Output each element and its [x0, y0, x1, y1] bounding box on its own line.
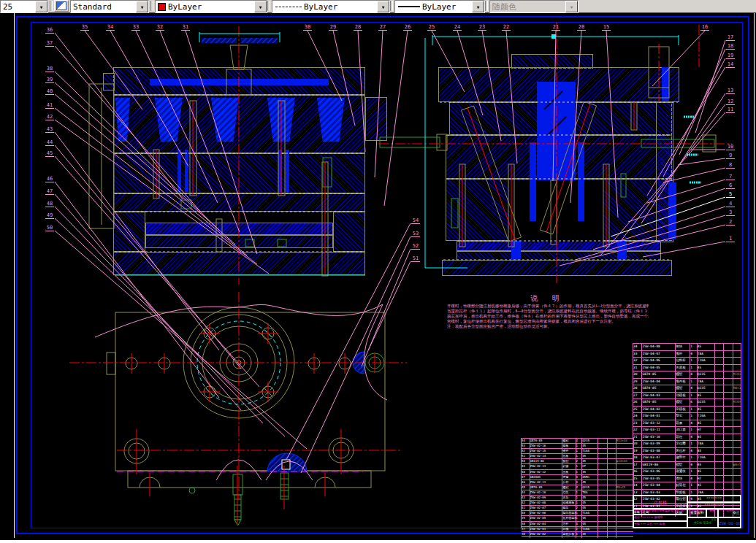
lineweight-combo[interactable]: ByLayer ▼	[394, 0, 485, 13]
color-combo-value: ByLayer	[166, 2, 254, 12]
toolbar-separator	[390, 1, 393, 11]
bom-cell: 1	[690, 469, 697, 475]
text-style-value: Standard	[71, 2, 136, 12]
bom-cell	[733, 420, 741, 427]
callout-label-28: 28	[354, 24, 362, 31]
callout-label-38: 38	[45, 66, 54, 72]
bom-cell: 33	[633, 351, 641, 358]
bom-cell: 定模板	[675, 407, 690, 413]
callout-label-21: 21	[551, 24, 560, 31]
bom-cell: ZSW-02-03	[530, 527, 562, 531]
bom-cell: 拉杆	[562, 480, 575, 485]
bom-cell	[733, 441, 741, 447]
bom-cell: 45	[581, 501, 597, 505]
notes-line: 合模时，复位杆使推出机构先行复位，侧型芯滑块由楔紧块锁紧，模具闭合后进行下一次注…	[447, 319, 649, 324]
bom-cell	[723, 420, 732, 427]
callout-label-16: 16	[700, 24, 709, 31]
linetype-combo[interactable]: ByLayer ▼	[272, 0, 390, 13]
bom-cell	[607, 501, 616, 505]
bom-cell: Q235	[581, 439, 597, 443]
bom-cell	[597, 464, 606, 469]
callout-label-45: 45	[45, 150, 54, 157]
bom-cell: 垫块	[562, 506, 575, 510]
bom-cell	[616, 464, 633, 469]
bom-cell: 1	[690, 344, 697, 350]
chevron-down-icon[interactable]: ▼	[254, 1, 267, 12]
chevron-down-icon[interactable]: ▼	[377, 1, 389, 12]
bom-cell: 螺钉	[675, 371, 690, 378]
bom-cell: 20	[633, 441, 641, 447]
bom-cell: GB70-85	[530, 485, 562, 490]
command-line-partial[interactable]: 命令:	[0, 540, 756, 543]
bom-cell: 导套	[675, 420, 690, 427]
plotstyle-combo-value: 随颜色	[490, 1, 565, 12]
bom-cell	[714, 413, 723, 420]
bom-cell: 43	[522, 496, 530, 500]
bom-cell	[733, 365, 741, 371]
title-block-org2: ××××××××××	[687, 502, 741, 509]
bom-row: 20ZSW-03-09定位圈1T8A	[633, 440, 741, 447]
bom-cell: 螺钉	[675, 385, 690, 392]
bom-cell: 1	[576, 516, 582, 520]
callout-label-1: 1	[726, 236, 735, 242]
bom-cell: M10×90	[733, 399, 741, 406]
chevron-down-icon[interactable]: ▼	[472, 1, 484, 12]
bom-cell	[607, 516, 616, 520]
chevron-down-icon[interactable]: ▼	[136, 1, 148, 12]
bom-cell: 26	[633, 399, 641, 406]
title-block-mark-row: 标记 处数 分区 更改文件号 签名 年、月、日	[633, 509, 687, 515]
bom-cell: 44	[522, 490, 530, 495]
chevron-down-icon[interactable]: ▼	[35, 1, 47, 12]
bom-cell: 1	[690, 441, 697, 447]
bom-cell: 1	[690, 482, 697, 489]
plotstyle-combo: 随颜色 ▼	[489, 0, 579, 13]
bom-cell: 1	[576, 449, 582, 453]
bom-cell	[723, 393, 732, 399]
text-style-icon[interactable]	[54, 0, 69, 12]
bom-cell: 动模座板	[562, 501, 575, 505]
bom-cell	[607, 464, 616, 469]
bom-cell: Q235	[697, 371, 714, 378]
bom-row: 47GB2089弹簧465Mn	[522, 474, 633, 480]
bom-cell	[607, 522, 616, 526]
bom-cell	[733, 427, 741, 434]
bom-cell: M10×45	[733, 371, 741, 378]
bom-cell: 挡块	[562, 490, 575, 495]
bom-cell: 45	[697, 393, 714, 399]
cad-application-window: { "toolbar": { "layer_value": "25", "sty…	[0, 0, 756, 543]
chevron-down-icon: ▼	[565, 1, 578, 12]
bom-cell: 1	[576, 454, 582, 458]
callout-label-15: 15	[602, 24, 611, 31]
callout-label-44: 44	[45, 139, 54, 146]
callout-label-53: 53	[411, 231, 420, 237]
properties-toolbar: 25 ▼ Standard ▼ ByLayer ▼ ByLayer ▼ ByLa…	[0, 0, 756, 13]
bom-cell: 1	[690, 407, 697, 413]
bom-cell	[597, 522, 606, 526]
bom-cell: 4	[690, 448, 697, 455]
layer-combo[interactable]: 25 ▼	[0, 0, 48, 13]
bom-row: 37ZSW-02-03凹模1T10A	[522, 526, 633, 531]
bom-cell: 4	[690, 420, 697, 427]
bom-cell: 4	[690, 371, 697, 378]
callout-label-9: 9	[726, 153, 735, 159]
title-block-drawing-no: ZSW-00-00	[718, 517, 741, 528]
bom-cell: ZSW-03-09	[641, 441, 675, 447]
color-combo[interactable]: ByLayer ▼	[155, 0, 267, 13]
bom-cell: 动模板	[675, 393, 690, 399]
bom-cell	[616, 496, 633, 500]
callout-label-12: 12	[726, 99, 735, 105]
bom-cell: 45	[697, 469, 714, 475]
bom-cell	[597, 470, 606, 474]
bom-cell	[607, 454, 616, 458]
bom-cell: 45	[581, 470, 597, 474]
bom-cell	[723, 351, 732, 358]
callout-label-48: 48	[45, 201, 54, 207]
bom-cell: 4	[576, 522, 582, 526]
bom-cell: 螺钉	[562, 485, 575, 490]
bom-cell: 48	[522, 470, 530, 474]
bom-cell: ZSW-04-06	[641, 358, 675, 364]
bom-cell: 1	[576, 490, 582, 495]
bom-cell: 4	[576, 475, 582, 480]
text-style-combo[interactable]: Standard ▼	[70, 0, 149, 13]
bom-row: 45GB70-85螺钉4Q235M8×25	[522, 485, 633, 490]
